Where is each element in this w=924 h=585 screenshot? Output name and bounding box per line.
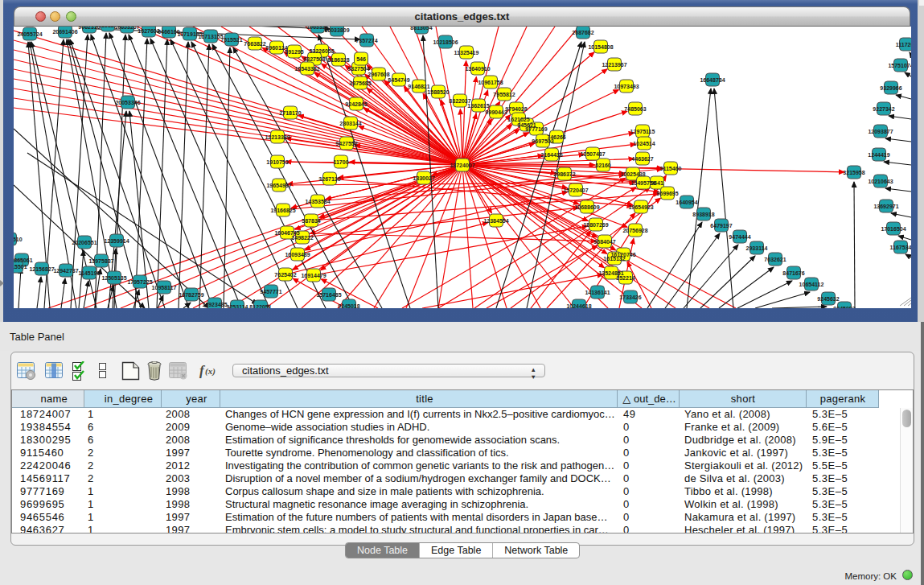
svg-text:13692971: 13692971 [873,204,898,209]
svg-text:10958117: 10958117 [152,285,177,290]
svg-text:3267130: 3267130 [318,176,340,182]
svg-text:26160510: 26160510 [14,237,23,242]
svg-text:1498222: 1498222 [291,235,313,241]
svg-text:10973493: 10973493 [614,84,639,89]
svg-text:17957225: 17957225 [127,279,152,285]
svg-text:12213967: 12213967 [602,62,626,68]
svg-text:12942737: 12942737 [53,268,78,274]
svg-text:9245082: 9245082 [833,306,855,309]
svg-text:9242845: 9242845 [345,101,367,107]
svg-text:1640954: 1640954 [676,200,697,205]
svg-text:16543382: 16543382 [294,66,319,72]
svg-text:10210643: 10210643 [868,179,893,184]
svg-text:11700: 11700 [333,159,348,165]
svg-text:16033809: 16033809 [324,27,349,33]
svg-text:891295: 891295 [285,49,303,55]
svg-text:1167534: 1167534 [890,245,911,250]
svg-text:587834: 587834 [302,218,320,224]
svg-text:3875685: 3875685 [349,80,371,86]
svg-text:15720407: 15720407 [563,187,588,193]
svg-text:8122051: 8122051 [249,304,271,309]
svg-text:24055724: 24055724 [17,31,42,37]
svg-text:9474444: 9474444 [729,234,750,240]
svg-text:9327508: 9327508 [303,56,325,62]
svg-text:1117205: 1117205 [896,42,911,47]
svg-text:10025438: 10025438 [620,171,645,177]
svg-text:10218506: 10218506 [433,39,458,45]
svg-text:8813054: 8813054 [410,27,432,31]
svg-text:19654923: 19654923 [628,204,653,210]
svg-text:12213389: 12213389 [265,134,290,140]
svg-text:9427552: 9427552 [335,141,357,146]
svg-text:2164436: 2164436 [540,152,562,158]
svg-text:2967608: 2967608 [368,72,389,77]
svg-text:4463627: 4463627 [631,156,653,162]
svg-text:12505135: 12505135 [101,275,126,281]
svg-text:20206551: 20206551 [72,240,97,245]
svg-text:14136141: 14136141 [585,290,610,295]
svg-text:10244618: 10244618 [566,303,591,309]
svg-text:6479197: 6479197 [710,223,732,229]
svg-text:10654112: 10654112 [799,282,824,287]
svg-text:8938918: 8938918 [692,212,714,217]
svg-text:9245018: 9245018 [338,303,359,309]
svg-text:9329966: 9329966 [880,85,901,91]
svg-text:9245632: 9245632 [817,296,839,302]
svg-text:62160: 62160 [595,163,611,168]
svg-text:13640910: 13640910 [465,66,490,72]
svg-text:10154808: 10154808 [588,44,613,50]
svg-text:1244419: 1244419 [868,152,889,158]
svg-text:10653267: 10653267 [114,27,139,30]
svg-text:19654937: 19654937 [266,183,291,188]
svg-text:12359914: 12359914 [104,238,129,244]
svg-text:19166825: 19166825 [270,208,295,213]
svg-text:12923485: 12923485 [202,302,227,307]
svg-text:9146821: 9146821 [408,84,429,89]
svg-text:16914479: 16914479 [301,273,326,278]
svg-text:17016504: 17016504 [881,226,906,232]
svg-text:9253114: 9253114 [227,304,248,309]
svg-text:13975887: 13975887 [88,258,113,264]
svg-text:7955812: 7955812 [493,92,515,97]
svg-text:1621025: 1621025 [507,117,529,122]
svg-text:1733426: 1733426 [619,295,641,300]
svg-text:7625402: 7625402 [274,272,296,278]
svg-text:1024514: 1024514 [633,141,655,146]
svg-text:1362615: 1362615 [467,103,489,109]
svg-text:12975115: 12975115 [630,129,655,134]
svg-text:3215958: 3215958 [843,170,864,175]
svg-text:9777169: 9777169 [525,126,547,132]
svg-text:8454749: 8454749 [388,77,409,83]
svg-text:20053346: 20053346 [115,100,140,105]
svg-text:11325419: 11325419 [454,50,479,56]
svg-text:7663822: 7663822 [244,41,265,47]
svg-text:10961758: 10961758 [478,80,503,85]
svg-text:(x): (x) [205,366,216,377]
svg-text:252214: 252214 [616,275,634,281]
svg-text:20756928: 20756928 [622,228,647,233]
svg-text:2687682: 2687682 [572,30,593,35]
svg-text:15716485: 15716485 [316,292,341,298]
svg-text:16782759: 16782759 [179,292,203,298]
svg-text:9990443: 9990443 [485,109,507,115]
svg-text:2718170: 2718170 [279,110,301,116]
svg-text:9457771: 9457771 [260,289,281,295]
svg-text:546: 546 [356,56,366,62]
svg-text:9327504: 9327504 [347,66,369,72]
svg-text:16648784: 16648784 [700,77,725,83]
svg-text:12384554: 12384554 [483,218,508,224]
svg-text:8186328: 8186328 [327,57,349,63]
svg-text:18807269: 18807269 [583,222,608,228]
svg-text:53226058: 53226058 [309,48,334,54]
svg-text:2933114: 2933114 [746,245,768,251]
svg-text:9684047: 9684047 [593,239,615,245]
svg-text:9115460: 9115460 [660,166,682,171]
svg-text:10507487: 10507487 [580,151,605,157]
svg-text:18724007: 18724007 [450,163,474,168]
svg-text:9699695: 9699695 [656,191,678,196]
svg-text:7632621: 7632621 [764,257,786,262]
svg-text:1145190: 1145190 [79,270,101,276]
svg-text:14353584: 14353584 [305,199,330,204]
svg-text:16093489: 16093489 [285,252,310,257]
svg-text:1910753: 1910753 [266,159,288,165]
